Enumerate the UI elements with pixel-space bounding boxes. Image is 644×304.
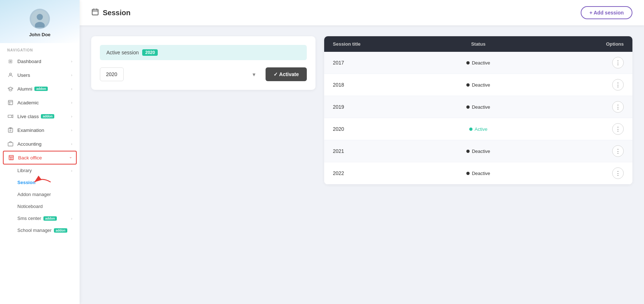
sidebar-item-label: Academic xyxy=(17,100,39,105)
svg-rect-5 xyxy=(8,115,12,118)
book-icon xyxy=(7,99,14,106)
svg-point-1 xyxy=(37,14,43,20)
table-row: 2020 Active ⋮ xyxy=(324,118,632,140)
table-row: 2018 Deactive ⋮ xyxy=(324,74,632,96)
sidebar-subitem-noticeboard[interactable]: Noticeboard xyxy=(0,200,80,212)
sidebar-subitem-session[interactable]: Session xyxy=(0,176,80,188)
status-dot xyxy=(466,61,470,64)
sidebar-item-label: Examination xyxy=(17,128,44,133)
content-area: Active session 2020 2017 2018 2019 2020 … xyxy=(80,25,644,304)
profile-name: John Doe xyxy=(29,32,50,37)
status-text: Deactive xyxy=(472,104,490,110)
sidebar-subitem-smscenter[interactable]: Sms center addon › xyxy=(0,212,80,224)
activate-button[interactable]: ✓ Activate xyxy=(266,67,307,81)
svg-point-3 xyxy=(9,73,11,75)
sidebar-item-dashboard[interactable]: ⊞ Dashboard › xyxy=(0,54,80,68)
schoolmanager-addon-badge: addon xyxy=(54,228,67,233)
add-session-button[interactable]: + Add session xyxy=(581,6,632,19)
smscenter-addon-badge: addon xyxy=(43,216,57,221)
sidebar-item-alumni[interactable]: Alumni addon › xyxy=(0,82,80,96)
session-select[interactable]: 2017 2018 2019 2020 2021 2022 xyxy=(100,67,124,81)
sidebar-item-liveclass[interactable]: Live class addon › xyxy=(0,109,80,123)
page-title-area: Session xyxy=(91,8,131,18)
sidebar-item-users[interactable]: Users › xyxy=(0,68,80,82)
status-text: Deactive xyxy=(472,82,490,88)
session-select-wrapper: 2017 2018 2019 2020 2021 2022 xyxy=(100,67,260,81)
sidebar-item-accounting[interactable]: Accounting › xyxy=(0,137,80,151)
sidebar-item-label: Alumni xyxy=(17,86,32,92)
options-button[interactable]: ⋮ xyxy=(612,57,624,68)
user-profile: John Doe xyxy=(0,0,80,43)
sidebar-subitem-label: Library xyxy=(17,168,32,173)
status-cell: Deactive xyxy=(430,82,527,88)
status-cell: Deactive xyxy=(430,171,527,176)
briefcase-icon xyxy=(7,141,14,147)
sidebar-item-label: Users xyxy=(17,72,30,78)
session-year: 2017 xyxy=(333,60,430,66)
status-cell: Active xyxy=(430,126,527,132)
main-content: Session + Add session Active session 202… xyxy=(80,0,644,304)
table-row: 2021 Deactive ⋮ xyxy=(324,140,632,162)
session-year: 2021 xyxy=(333,148,430,154)
chevron-right-icon: › xyxy=(71,100,72,105)
options-button[interactable]: ⋮ xyxy=(612,79,624,91)
chevron-right-icon: › xyxy=(71,73,72,77)
grid-icon: ⊞ xyxy=(7,58,14,64)
options-button[interactable]: ⋮ xyxy=(612,167,624,179)
options-button[interactable]: ⋮ xyxy=(612,145,624,157)
session-select-row: 2017 2018 2019 2020 2021 2022 ✓ Activate xyxy=(100,67,307,81)
sidebar-subitem-label: Addon manager xyxy=(17,192,51,197)
page-title: Session xyxy=(103,9,131,17)
status-dot xyxy=(469,128,473,131)
sidebar-item-academic[interactable]: Academic › xyxy=(0,96,80,109)
chevron-down-icon: › xyxy=(69,157,73,158)
avatar xyxy=(30,9,50,29)
col-header-options: Options xyxy=(527,41,624,47)
session-year: 2020 xyxy=(333,126,430,132)
sidebar-item-examination[interactable]: Examination › xyxy=(0,123,80,137)
active-session-label: Active session xyxy=(106,50,139,55)
status-text: Deactive xyxy=(472,149,490,154)
options-cell: ⋮ xyxy=(527,123,624,135)
table-row: 2022 Deactive ⋮ xyxy=(324,162,632,184)
chevron-right-icon: › xyxy=(71,142,72,146)
user-icon xyxy=(7,72,14,78)
svg-rect-11 xyxy=(92,9,98,15)
sidebar-subitem-library[interactable]: Library › xyxy=(0,165,80,176)
chevron-right-icon: › xyxy=(71,114,72,118)
session-year: 2018 xyxy=(333,82,430,88)
chevron-right-icon: › xyxy=(71,128,72,132)
sidebar: John Doe NAVIGATION ⊞ Dashboard › Users … xyxy=(0,0,80,304)
alumni-addon-badge: addon xyxy=(34,87,48,91)
arrow-annotation xyxy=(31,176,52,188)
sidebar-subitem-schoolmanager[interactable]: School manager addon xyxy=(0,224,80,236)
status-cell: Deactive xyxy=(430,104,527,110)
status-dot xyxy=(466,105,470,109)
sidebar-item-backoffice[interactable]: Back office › xyxy=(3,151,77,165)
chevron-right-icon: › xyxy=(71,59,72,63)
options-cell: ⋮ xyxy=(527,79,624,91)
status-dot xyxy=(466,172,470,175)
topbar: Session + Add session xyxy=(80,0,644,25)
chevron-right-icon: › xyxy=(71,216,72,221)
active-session-banner: Active session 2020 xyxy=(100,45,307,60)
table-row: 2017 Deactive ⋮ xyxy=(324,52,632,74)
building-icon xyxy=(8,154,14,161)
liveclass-addon-badge: addon xyxy=(41,114,54,118)
sidebar-item-label: Live class xyxy=(17,114,39,119)
sidebar-subitem-addonmanager[interactable]: Addon manager xyxy=(0,188,80,200)
options-cell: ⋮ xyxy=(527,145,624,157)
svg-rect-9 xyxy=(9,155,13,160)
options-cell: ⋮ xyxy=(527,57,624,68)
status-text: Active xyxy=(475,126,487,132)
active-session-year-badge: 2020 xyxy=(142,49,158,56)
sidebar-item-label: Back office xyxy=(18,155,42,161)
sidebar-item-label: Accounting xyxy=(17,141,42,147)
options-button[interactable]: ⋮ xyxy=(612,123,624,135)
status-dot xyxy=(466,150,470,153)
clipboard-icon xyxy=(7,127,14,133)
status-cell: Deactive xyxy=(430,149,527,154)
options-button[interactable]: ⋮ xyxy=(612,101,624,113)
session-year: 2019 xyxy=(333,104,430,110)
video-icon xyxy=(7,113,14,120)
